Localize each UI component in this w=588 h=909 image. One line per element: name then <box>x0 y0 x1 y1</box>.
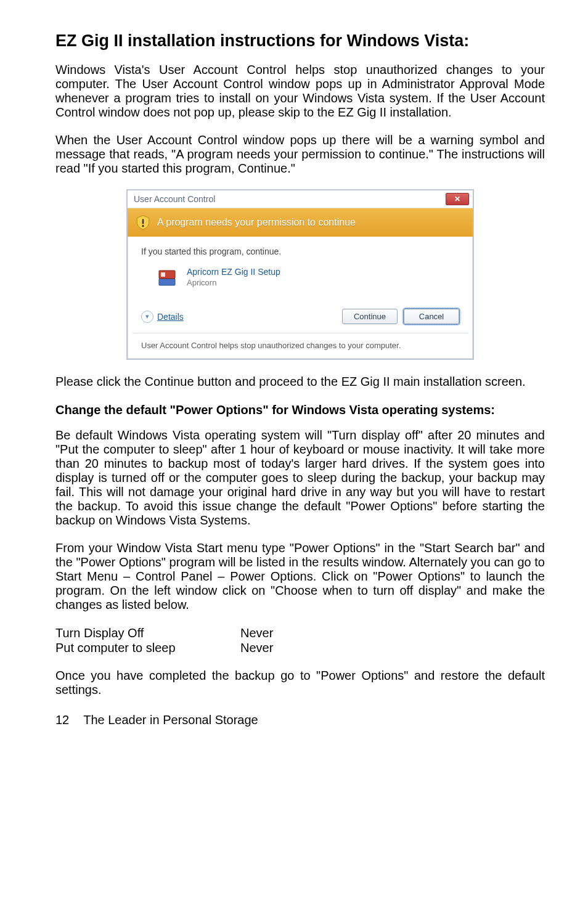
body-paragraph: Please click the Continue button and pro… <box>55 375 545 389</box>
body-paragraph: From your Window Vista Start menu type "… <box>55 541 545 612</box>
uac-program-text: Apricorn EZ Gig II Setup Apricorn <box>187 266 280 288</box>
page-number: 12 <box>55 713 80 727</box>
uac-footer-text: User Account Control helps stop unauthor… <box>128 333 473 359</box>
uac-program-name: Apricorn EZ Gig II Setup <box>187 266 280 277</box>
installer-icon <box>157 267 177 287</box>
setting-row: Turn Display Off Never <box>55 626 545 640</box>
uac-header-text: A program needs your permission to conti… <box>157 217 356 228</box>
svg-rect-4 <box>161 272 165 277</box>
setting-key: Put computer to sleep <box>55 640 240 655</box>
footer-tagline: The Leader in Personal Storage <box>83 713 258 727</box>
cancel-button[interactable]: Cancel <box>404 309 459 324</box>
chevron-down-icon: ▾ <box>141 311 153 323</box>
uac-body: If you started this program, continue. A… <box>128 237 473 305</box>
details-accesskey: Details <box>157 312 184 322</box>
svg-point-1 <box>142 225 144 227</box>
uac-button-row: Continue Cancel <box>342 309 459 324</box>
shield-warning-icon <box>135 214 151 230</box>
page-heading: EZ Gig II installation instructions for … <box>55 31 545 51</box>
details-label: Details <box>157 312 184 322</box>
body-paragraph: Windows Vista's User Account Control hel… <box>55 63 545 120</box>
continue-button[interactable]: Continue <box>342 309 398 324</box>
setting-key: Turn Display Off <box>55 626 240 640</box>
details-toggle[interactable]: ▾ Details <box>141 311 184 323</box>
body-paragraph: Once you have completed the backup go to… <box>55 669 545 697</box>
setting-row: Put computer to sleep Never <box>55 640 545 655</box>
page-footer: 12 The Leader in Personal Storage <box>55 713 545 727</box>
setting-value: Never <box>240 640 273 655</box>
body-paragraph: Be default Windows Vista operating syste… <box>55 428 545 528</box>
uac-title: User Account Control <box>134 194 215 204</box>
uac-dialog-wrap: User Account Control ✕ A program needs y… <box>55 189 545 360</box>
uac-header: A program needs your permission to conti… <box>128 208 473 237</box>
section-subheading: Change the default "Power Options" for W… <box>55 402 545 417</box>
body-paragraph: When the User Account Control window pop… <box>55 133 545 176</box>
uac-publisher: Apricorn <box>187 278 280 288</box>
uac-titlebar: User Account Control ✕ <box>128 190 473 208</box>
setting-value: Never <box>240 626 273 640</box>
close-button[interactable]: ✕ <box>446 193 469 205</box>
uac-dialog: User Account Control ✕ A program needs y… <box>126 189 474 360</box>
uac-program-row: Apricorn EZ Gig II Setup Apricorn <box>141 264 459 299</box>
uac-actions: ▾ Details Continue Cancel <box>128 305 473 333</box>
uac-instruction-text: If you started this program, continue. <box>141 247 459 256</box>
close-icon: ✕ <box>454 195 460 203</box>
svg-rect-2 <box>159 279 175 285</box>
svg-rect-0 <box>142 219 144 224</box>
